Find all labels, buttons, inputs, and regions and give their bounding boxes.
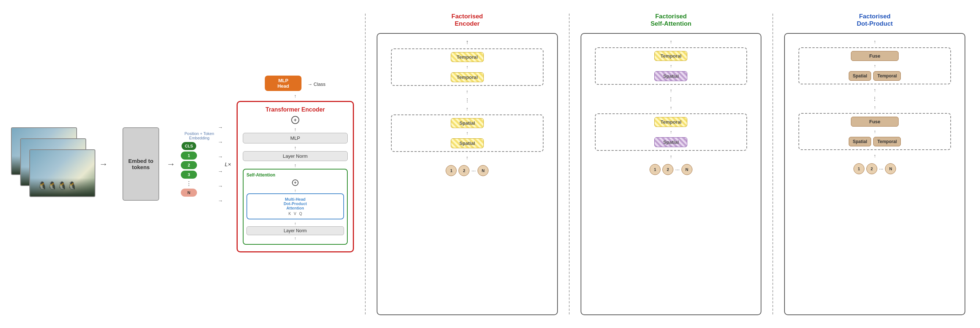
mlp-head-box: MLPHead <box>265 76 301 91</box>
panel2-temporal2: Temporal <box>654 117 687 127</box>
panel1-dashed-bottom: Spatial ↑ Spatial <box>391 115 544 152</box>
panel1-input-tokens: 1 2 ··· N <box>445 165 488 176</box>
panel2-temporal1: Temporal <box>654 51 687 61</box>
panel-factorised-dot-product: FactorisedDot-Product ↑ Fuse ↑ Spatial T… <box>781 7 969 321</box>
plus-circle-top: + <box>291 116 299 124</box>
panel3-temporal2: Temporal <box>873 137 901 146</box>
self-attention-outer: Self-Attention + ↑ Multi-HeadDot-Product… <box>243 169 348 245</box>
panel3-outer-box: ↑ Fuse ↑ Spatial Temporal <box>784 33 965 315</box>
panel3-dots: ⋮ <box>872 96 877 102</box>
class-label: → Class <box>307 81 325 87</box>
panel2-dots: ⋮ <box>668 96 673 102</box>
token-arrows: → → → → → → <box>218 120 223 208</box>
panel3-spatial-temporal-2: Spatial Temporal <box>849 137 901 146</box>
q-label: Q <box>299 212 302 216</box>
mlp-head-up-arrow: ↑ <box>294 93 297 99</box>
panel1-temporal2: Temporal <box>451 72 484 82</box>
panel2-input-tokens: 1 2 ··· N <box>649 164 692 175</box>
panel1-token-2: 2 <box>458 165 469 176</box>
arrow-n: → <box>218 198 223 204</box>
mlp-head-label: MLPHead <box>277 78 289 89</box>
divider-2 <box>569 14 570 314</box>
token-dots: ⋮ <box>186 180 192 187</box>
panel1-temporal1: Temporal <box>451 52 484 62</box>
token-3: 3 <box>181 170 197 179</box>
multihead-box: Multi-HeadDot-ProductAttention K V Q <box>247 193 344 220</box>
panel1-spatial1: Spatial <box>451 118 484 128</box>
panel3-fuse1: Fuse <box>851 51 899 61</box>
panel1-title: FactorisedEncoder <box>452 13 483 27</box>
self-attention-title: Self-Attention <box>247 172 344 178</box>
arrow-2: → <box>218 154 223 159</box>
transformer-section: MLPHead → Class ↑ Transformer Encoder + … <box>237 76 354 252</box>
panel3-dashed-bottom: Fuse ↑ Spatial Temporal <box>799 113 951 150</box>
panel2-dashed-bottom: Temporal ↑ Spatial <box>595 113 748 151</box>
panel3-input-tokens: 1 2 ··· N <box>853 163 896 174</box>
mlp-box: MLP <box>243 133 348 143</box>
panel3-title: FactorisedDot-Product <box>857 13 893 27</box>
video-frames: 🐧🐧🐧 🐧🐧 🐧🐧🐧🐧 <box>11 127 95 201</box>
arrow-cls: → <box>218 124 223 130</box>
panel2-title: FactorisedSelf-Attention <box>651 13 691 27</box>
panel2-spatial1: Spatial <box>654 71 687 81</box>
arrow-3: → <box>218 169 223 174</box>
token-1: 1 <box>181 151 197 159</box>
panel1-token-1: 1 <box>445 165 457 176</box>
panel3-spatial-temporal-1: Spatial Temporal <box>849 71 901 81</box>
panel1-dots: ⋮ <box>465 97 470 103</box>
token-2: 2 <box>181 161 197 169</box>
video-section: 🐧🐧🐧 🐧🐧 🐧🐧🐧🐧 → <box>11 127 111 201</box>
panel1-outer-box: ↑ Temporal ↑ Temporal ↑ ⋮ ↑ <box>377 33 558 315</box>
panel3-fuse2: Fuse <box>851 117 899 127</box>
right-panels: FactorisedEncoder ↑ Temporal ↑ Temporal … <box>373 7 969 321</box>
panel2-token-1: 1 <box>649 164 660 175</box>
panel2-token-n: N <box>681 164 692 175</box>
panel3-spatial2: Spatial <box>849 137 871 146</box>
embed-to-tokens-arrow: → <box>167 159 175 169</box>
arrow-to-plus-top: ↑ <box>243 127 348 132</box>
tokens-section: Position + TokenEmbedding CLS 1 2 3 ⋮ N <box>181 131 214 197</box>
panel3-temporal1: Temporal <box>873 71 901 81</box>
panel2-dashed-top: Temporal ↑ Spatial <box>595 47 748 85</box>
divider-3 <box>772 14 773 314</box>
panel3-token-2: 2 <box>866 163 877 174</box>
cls-token: CLS <box>181 142 196 150</box>
panel3-spatial1: Spatial <box>849 71 871 81</box>
lx-label: L× <box>225 161 231 167</box>
divider-1 <box>365 14 366 314</box>
k-label: K <box>288 212 291 216</box>
panel3-dashed-top: Fuse ↑ Spatial Temporal <box>799 47 951 84</box>
mlp-head-row: MLPHead → Class <box>265 76 325 92</box>
panel3-token-n: N <box>885 163 896 174</box>
token-n: N <box>181 189 197 197</box>
token-list: CLS 1 2 3 ⋮ N <box>181 142 197 197</box>
panel2-outer-box: ↑ Temporal ↑ Spatial ↑ ⋮ ↑ <box>581 33 762 315</box>
transformer-outer: Transformer Encoder + ↑ MLP ↑ Layer Norm… <box>237 101 354 252</box>
panel-factorised-encoder: FactorisedEncoder ↑ Temporal ↑ Temporal … <box>373 7 562 321</box>
multihead-title: Multi-HeadDot-ProductAttention <box>250 197 341 210</box>
panel1-token-n: N <box>477 165 488 176</box>
panel-factorised-self-attention: FactorisedSelf-Attention ↑ Temporal ↑ Sp… <box>577 7 765 321</box>
arrow-dots: → <box>218 183 223 189</box>
embed-label: Embed to tokens <box>123 158 158 170</box>
panel2-token-2: 2 <box>662 164 673 175</box>
v-label: V <box>294 212 296 216</box>
panel3-token-1: 1 <box>853 163 864 174</box>
video-to-embed-arrow: → <box>99 159 108 169</box>
panel1-spatial2: Spatial <box>451 139 484 148</box>
main-container: 🐧🐧🐧 🐧🐧 🐧🐧🐧🐧 → Embed to tokens → Posi <box>0 0 980 328</box>
video-frame-3: 🐧🐧🐧🐧 <box>29 149 95 197</box>
position-label: Position + TokenEmbedding <box>185 131 214 140</box>
arrow-1: → <box>218 139 223 145</box>
plus-circle-inner: + <box>292 179 299 186</box>
layer-norm-bottom: Layer Norm <box>247 226 344 235</box>
panel2-spatial2: Spatial <box>654 137 687 147</box>
kqv-row: K V Q <box>250 212 341 216</box>
transformer-title: Transformer Encoder <box>243 107 348 113</box>
mlp-head-above: MLPHead → Class ↑ <box>237 76 354 99</box>
embed-box: Embed to tokens <box>123 127 159 201</box>
embed-rect: Embed to tokens <box>123 127 159 201</box>
layer-norm-top: Layer Norm <box>243 151 348 161</box>
panel1-dashed-top: Temporal ↑ Temporal <box>391 48 544 86</box>
